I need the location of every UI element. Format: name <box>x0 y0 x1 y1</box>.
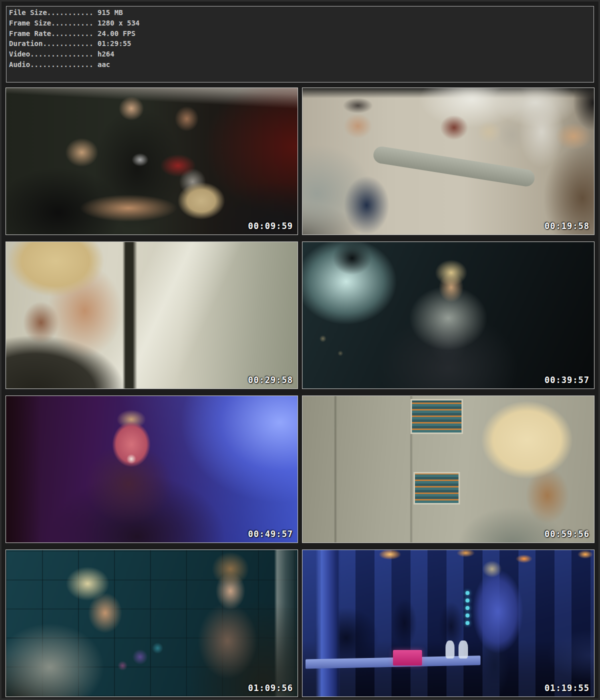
timestamp-overlay: 00:19:58 <box>544 221 590 231</box>
screenshot-grid: 00:09:59 00:19:58 00:29:58 00:39:57 00:4… <box>6 88 594 697</box>
file-info-label: Frame Size.......... <box>9 19 94 27</box>
file-info-row-video: Video............... h264 <box>9 49 591 60</box>
file-info-label: Duration............ <box>9 40 94 48</box>
timestamp-overlay: 00:09:59 <box>248 221 293 231</box>
screenshot-thumb-1[interactable]: 00:09:59 <box>6 88 298 235</box>
decorative-shape <box>393 650 422 666</box>
decorative-shape <box>372 146 536 188</box>
file-info-value: 1280 x 534 <box>94 19 140 27</box>
file-info-label: Video............... <box>9 50 94 58</box>
decorative-shape <box>458 640 468 658</box>
file-info-row-duration: Duration............ 01:29:55 <box>9 38 591 49</box>
screenshot-thumb-6[interactable]: 00:59:56 <box>302 396 594 543</box>
file-info-row-audio: Audio............... aac <box>9 60 591 70</box>
file-info-value: aac <box>94 60 110 68</box>
decorative-shape <box>466 591 470 625</box>
screenshot-thumb-4[interactable]: 00:39:57 <box>302 242 594 389</box>
decorative-shape <box>446 640 455 658</box>
screenshot-thumb-8[interactable]: 01:19:55 <box>302 550 594 697</box>
screenshot-thumb-3[interactable]: 00:29:58 <box>6 242 298 389</box>
movie-still-image <box>6 242 298 388</box>
movie-still-image <box>302 396 594 542</box>
file-info-row-file-size: File Size........... 915 MB <box>9 8 591 18</box>
file-info-row-frame-rate: Frame Rate.......... 24.00 FPS <box>9 28 591 39</box>
timestamp-overlay: 00:49:57 <box>248 529 293 539</box>
file-info-value: 24.00 FPS <box>94 30 136 38</box>
timestamp-overlay: 00:39:57 <box>544 375 590 385</box>
movie-still-image <box>6 396 298 542</box>
file-info-value: h264 <box>94 50 114 58</box>
movie-still-image <box>302 242 594 388</box>
movie-still-image <box>302 550 594 696</box>
file-info-label: Audio............... <box>9 60 94 68</box>
decorative-shape <box>414 472 460 504</box>
file-info-value: 915 MB <box>94 8 123 16</box>
timestamp-overlay: 00:59:56 <box>544 529 590 539</box>
screenshot-thumb-7[interactable]: 01:09:56 <box>6 550 298 697</box>
timestamp-overlay: 00:29:58 <box>248 375 293 385</box>
timestamp-overlay: 01:19:55 <box>544 683 590 693</box>
file-info-row-frame-size: Frame Size.......... 1280 x 534 <box>9 18 591 28</box>
page: { "file_info": { "rows": [ {"label": "Fi… <box>0 0 600 700</box>
file-info-label: Frame Rate.......... <box>9 30 94 38</box>
timestamp-overlay: 01:09:56 <box>248 683 293 693</box>
movie-still-image <box>6 88 298 234</box>
movie-still-image <box>6 550 298 696</box>
screenshot-thumb-5[interactable]: 00:49:57 <box>6 396 298 543</box>
movie-still-image <box>302 88 594 234</box>
file-info-label: File Size........... <box>9 8 94 16</box>
file-info-value: 01:29:55 <box>94 40 132 48</box>
screenshot-thumb-2[interactable]: 00:19:58 <box>302 88 594 235</box>
file-info-panel: File Size........... 915 MB Frame Size..… <box>6 6 594 82</box>
decorative-shape <box>410 399 463 434</box>
